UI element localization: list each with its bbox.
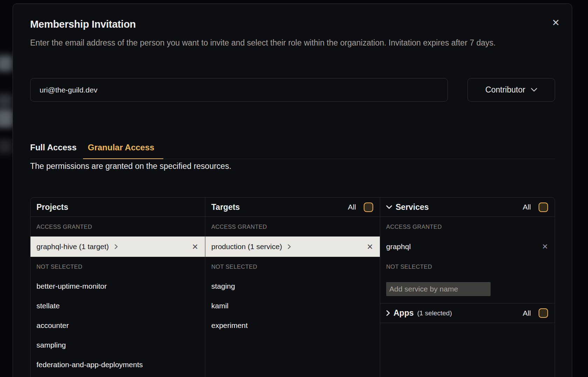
apps-selected-count: (1 selected) (417, 309, 452, 317)
projects-not-selected-label: NOT SELECTED (30, 257, 205, 276)
apps-all-checkbox[interactable] (539, 308, 548, 318)
apps-header-label: Apps (394, 308, 414, 318)
targets-access-granted-label: ACCESS GRANTED (205, 217, 380, 237)
tab-full-access[interactable]: Full Access (30, 143, 77, 159)
target-option[interactable]: experiment (205, 316, 380, 335)
project-option[interactable]: federation-and-app-deployments (30, 355, 205, 375)
target-option[interactable]: staging (205, 276, 380, 296)
project-option[interactable]: sampling (30, 335, 205, 355)
background-blur-fragment (0, 94, 12, 108)
resources-panel: Projects ACCESS GRANTED graphql-hive (1 … (30, 197, 555, 377)
target-selected-row[interactable]: production (1 service) ✕ (205, 237, 380, 257)
permissions-note: The permissions are granted on the speci… (30, 162, 231, 171)
service-granted-name: graphql (386, 242, 411, 251)
project-selected-row[interactable]: graphql-hive (1 target) ✕ (30, 237, 205, 257)
services-all-checkbox[interactable] (539, 203, 548, 212)
services-column: Services All ACCESS GRANTED graphql ✕ NO… (380, 198, 555, 377)
background-blur-fragment (0, 109, 13, 128)
targets-column-header: Targets All (205, 198, 380, 217)
project-option[interactable]: accounter (30, 316, 205, 335)
role-select[interactable]: Contributor (467, 78, 555, 102)
close-icon[interactable]: ✕ (550, 16, 562, 28)
remove-target-icon[interactable]: ✕ (367, 242, 373, 251)
service-granted-row: graphql ✕ (380, 237, 555, 257)
background-blur-fragment (0, 139, 12, 153)
chevron-down-icon (531, 88, 537, 92)
apps-section-row[interactable]: Apps (1 selected) All (380, 303, 555, 323)
apps-all-label: All (523, 309, 531, 317)
chevron-right-icon (386, 310, 390, 316)
targets-all-label: All (348, 203, 356, 211)
services-not-selected-label: NOT SELECTED (380, 257, 555, 276)
projects-column-header: Projects (30, 198, 205, 217)
chevron-right-icon (114, 244, 118, 250)
background-blur-fragment (0, 55, 13, 71)
membership-invitation-dialog: ✕ Membership Invitation Enter the email … (13, 4, 572, 377)
role-select-value: Contributor (485, 85, 525, 95)
target-selected-name: production (1 service) (211, 242, 282, 251)
target-option[interactable]: kamil (205, 296, 380, 316)
targets-header-label: Targets (211, 203, 240, 212)
access-tabs: Full Access Granular Access (30, 143, 555, 159)
add-service-input[interactable] (386, 282, 491, 296)
project-option[interactable]: better-uptime-monitor (30, 276, 205, 296)
services-access-granted-label: ACCESS GRANTED (380, 217, 555, 237)
remove-project-icon[interactable]: ✕ (192, 242, 198, 251)
project-option[interactable]: stellate (30, 296, 205, 316)
invite-email-input[interactable] (30, 78, 448, 102)
projects-access-granted-label: ACCESS GRANTED (30, 217, 205, 237)
remove-service-icon[interactable]: ✕ (542, 242, 548, 251)
project-selected-name: graphql-hive (1 target) (36, 242, 109, 251)
services-all-label: All (523, 203, 531, 211)
projects-header-label: Projects (36, 203, 68, 212)
projects-column: Projects ACCESS GRANTED graphql-hive (1 … (30, 198, 205, 377)
targets-column: Targets All ACCESS GRANTED production (1… (205, 198, 380, 377)
chevron-down-icon (386, 205, 392, 209)
services-header-label: Services (396, 203, 429, 212)
chevron-right-icon (287, 244, 292, 250)
targets-all-checkbox[interactable] (364, 203, 373, 212)
dialog-description: Enter the email address of the person yo… (30, 37, 522, 49)
services-column-header[interactable]: Services All (380, 198, 555, 217)
targets-not-selected-label: NOT SELECTED (205, 257, 380, 276)
dialog-title: Membership Invitation (30, 19, 136, 30)
tab-granular-access[interactable]: Granular Access (83, 143, 164, 159)
